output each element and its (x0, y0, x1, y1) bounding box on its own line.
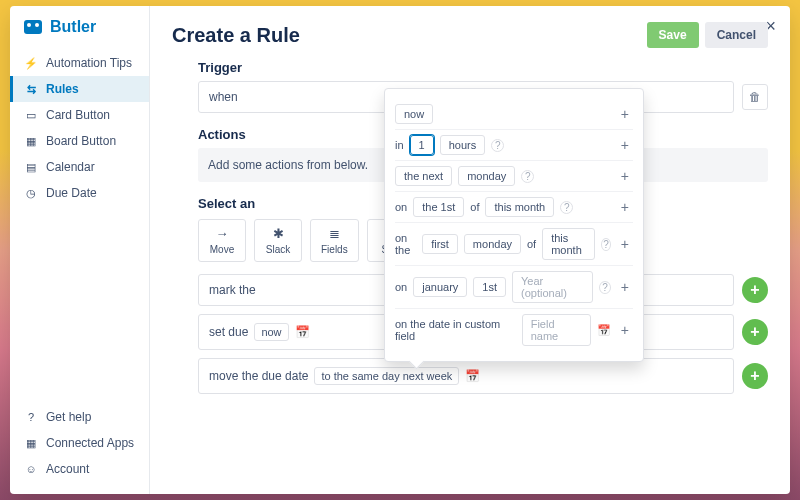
dropdown-chip[interactable]: now (395, 104, 433, 124)
sidebar-item-card-button[interactable]: ▭Card Button (10, 102, 149, 128)
butler-icon (24, 20, 42, 34)
apps-icon: ▦ (24, 436, 38, 450)
page-title: Create a Rule (172, 24, 300, 47)
add-rule-button[interactable]: + (742, 363, 768, 389)
header: Create a Rule Save Cancel (172, 22, 768, 48)
sidebar-item-calendar[interactable]: ▤Calendar (10, 154, 149, 180)
dropdown-chip[interactable]: 1 (410, 135, 434, 155)
dropdown-chip[interactable]: january (413, 277, 467, 297)
rule-chip[interactable]: now (254, 323, 288, 341)
rule-row: move the due dateto the same day next we… (198, 358, 768, 394)
add-option-button[interactable]: + (617, 322, 633, 338)
dropdown-text: on the (395, 232, 416, 256)
dropdown-chip[interactable]: this month (542, 228, 595, 260)
dropdown-row: onjanuary1stYear (optional)?+ (395, 265, 633, 308)
main-content: Create a Rule Save Cancel Trigger when 🗑… (150, 6, 790, 494)
add-option-button[interactable]: + (617, 236, 633, 252)
brand-label: Butler (50, 18, 96, 36)
add-option-button[interactable]: + (617, 168, 633, 184)
dropdown-row: on the date in custom fieldField name📅+ (395, 308, 633, 351)
dropdown-chip[interactable]: the next (395, 166, 452, 186)
sidebar-item-account[interactable]: ☺Account (10, 456, 149, 482)
sidebar-item-help[interactable]: ?Get help (10, 404, 149, 430)
trash-icon: 🗑 (749, 90, 761, 104)
dropdown-chip[interactable]: first (422, 234, 458, 254)
help-icon[interactable]: ? (560, 201, 573, 214)
action-chip-fields[interactable]: ≣Fields (310, 219, 359, 262)
slack-icon: ✱ (273, 226, 284, 241)
add-option-button[interactable]: + (617, 199, 633, 215)
add-option-button[interactable]: + (617, 106, 633, 122)
calendar-icon[interactable]: 📅 (295, 325, 310, 339)
tips-icon: ⚡ (24, 56, 38, 70)
card-icon: ▭ (24, 108, 38, 122)
date-picker-dropdown: now+in1hours?+the nextmonday?+onthe 1sto… (384, 88, 644, 362)
dropdown-row: the nextmonday?+ (395, 160, 633, 191)
move-icon: → (216, 226, 229, 241)
trigger-section-title: Trigger (198, 60, 768, 75)
dropdown-chip[interactable]: Field name (522, 314, 591, 346)
app-window: × Butler ⚡Automation Tips ⇆Rules ▭Card B… (10, 6, 790, 494)
sidebar-item-board-button[interactable]: ▦Board Button (10, 128, 149, 154)
delete-trigger-button[interactable]: 🗑 (742, 84, 768, 110)
dropdown-text: of (470, 201, 479, 213)
dropdown-text: in (395, 139, 404, 151)
action-chip-move[interactable]: →Move (198, 219, 246, 262)
add-rule-button[interactable]: + (742, 277, 768, 303)
cancel-button[interactable]: Cancel (705, 22, 768, 48)
sidebar-item-rules[interactable]: ⇆Rules (10, 76, 149, 102)
sidebar-item-automation-tips[interactable]: ⚡Automation Tips (10, 50, 149, 76)
dropdown-text: on (395, 201, 407, 213)
add-rule-button[interactable]: + (742, 319, 768, 345)
fields-icon: ≣ (329, 226, 340, 241)
brand: Butler (10, 18, 149, 50)
dropdown-chip[interactable]: Year (optional) (512, 271, 593, 303)
header-actions: Save Cancel (647, 22, 768, 48)
sidebar-bottom: ?Get help ▦Connected Apps ☺Account (10, 404, 149, 482)
help-icon[interactable]: ? (491, 139, 504, 152)
save-button[interactable]: Save (647, 22, 699, 48)
rule-chip[interactable]: to the same day next week (314, 367, 459, 385)
calendar-icon[interactable]: 📅 (465, 369, 480, 383)
dropdown-row: now+ (395, 99, 633, 129)
dropdown-chip[interactable]: hours (440, 135, 486, 155)
dropdown-text: on the date in custom field (395, 318, 516, 342)
help-icon[interactable]: ? (521, 170, 534, 183)
action-chip-slack[interactable]: ✱Slack (254, 219, 302, 262)
calendar-icon: ▤ (24, 160, 38, 174)
dropdown-chip[interactable]: monday (464, 234, 521, 254)
dropdown-row: in1hours?+ (395, 129, 633, 160)
dropdown-text: of (527, 238, 536, 250)
clock-icon: ◷ (24, 186, 38, 200)
calendar-icon[interactable]: 📅 (597, 324, 611, 337)
help-icon[interactable]: ? (601, 238, 611, 251)
help-icon[interactable]: ? (599, 281, 611, 294)
help-icon: ? (24, 410, 38, 424)
rules-icon: ⇆ (24, 82, 38, 96)
dropdown-chip[interactable]: 1st (473, 277, 506, 297)
board-icon: ▦ (24, 134, 38, 148)
dropdown-chip[interactable]: this month (485, 197, 554, 217)
dropdown-row: onthe 1stofthis month?+ (395, 191, 633, 222)
add-option-button[interactable]: + (617, 137, 633, 153)
sidebar-item-due-date[interactable]: ◷Due Date (10, 180, 149, 206)
dropdown-row: on thefirstmondayofthis month?+ (395, 222, 633, 265)
dropdown-chip[interactable]: the 1st (413, 197, 464, 217)
sidebar: Butler ⚡Automation Tips ⇆Rules ▭Card But… (10, 6, 150, 494)
sidebar-item-connected-apps[interactable]: ▦Connected Apps (10, 430, 149, 456)
account-icon: ☺ (24, 462, 38, 476)
dropdown-chip[interactable]: monday (458, 166, 515, 186)
dropdown-text: on (395, 281, 407, 293)
add-option-button[interactable]: + (617, 279, 633, 295)
sidebar-nav: ⚡Automation Tips ⇆Rules ▭Card Button ▦Bo… (10, 50, 149, 206)
rule-box[interactable]: move the due dateto the same day next we… (198, 358, 734, 394)
